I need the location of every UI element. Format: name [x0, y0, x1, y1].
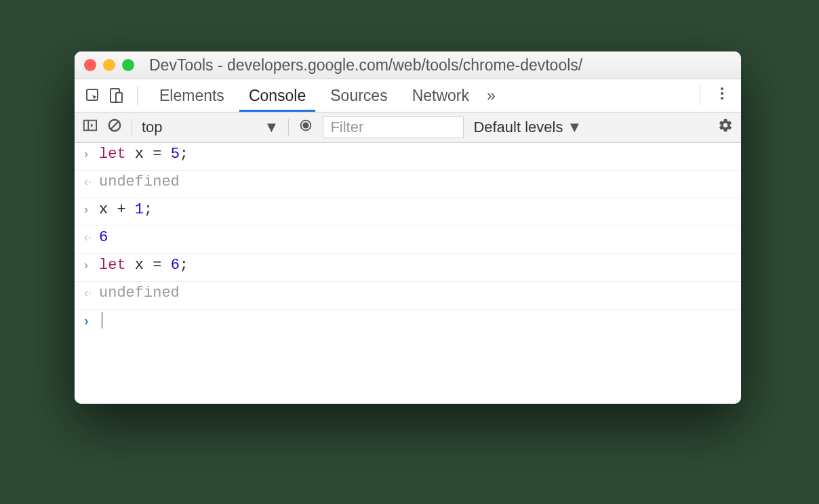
svg-point-4 — [721, 92, 723, 95]
text-cursor — [102, 312, 102, 329]
console-input-row: ›let x = 6; — [75, 254, 741, 282]
chevron-down-icon: ▼ — [264, 119, 279, 136]
tab-elements[interactable]: Elements — [147, 79, 237, 112]
console-toolbar: top ▼ Default levels ▼ — [75, 112, 741, 143]
input-arrow-icon: › — [84, 258, 99, 272]
console-message: undefined — [99, 285, 180, 301]
prompt-arrow-icon: › — [84, 313, 99, 329]
titlebar: DevTools - developers.google.com/web/too… — [75, 51, 741, 79]
log-levels-select[interactable]: Default levels ▼ — [473, 119, 582, 136]
sidebar-toggle-icon[interactable] — [83, 118, 98, 137]
maximize-dot[interactable] — [122, 59, 134, 71]
console-message: let x = 5; — [99, 146, 188, 163]
console-input-row: ›x + 1; — [75, 198, 741, 226]
output-arrow-icon: ‹· — [84, 286, 99, 300]
svg-rect-2 — [116, 93, 122, 102]
console-output-row: ‹·6 — [75, 226, 741, 254]
input-arrow-icon: › — [84, 203, 99, 217]
input-arrow-icon: › — [84, 147, 99, 161]
tab-network[interactable]: Network — [400, 79, 481, 112]
window-title: DevTools - developers.google.com/web/too… — [149, 56, 582, 75]
console-message: let x = 6; — [99, 257, 188, 274]
inspect-element-icon[interactable] — [81, 79, 104, 112]
svg-point-5 — [721, 97, 723, 100]
settings-gear-icon[interactable] — [718, 118, 733, 137]
console-message: 6 — [99, 229, 108, 246]
console-prompt-row[interactable]: › — [75, 310, 741, 331]
output-arrow-icon: ‹· — [84, 230, 99, 245]
console-input-row: ›let x = 5; — [75, 143, 741, 171]
console-output-row: ‹·undefined — [75, 171, 741, 198]
execution-context-select[interactable]: top ▼ — [142, 119, 279, 136]
minimize-dot[interactable] — [103, 59, 115, 71]
context-label: top — [142, 119, 163, 136]
separator — [288, 119, 289, 135]
svg-rect-6 — [84, 121, 96, 131]
svg-point-3 — [721, 87, 723, 90]
devtools-window: DevTools - developers.google.com/web/too… — [75, 51, 741, 404]
devtools-tabs: Elements Console Sources Network » — [75, 79, 741, 112]
filter-input[interactable] — [329, 118, 458, 137]
chevron-down-icon: ▼ — [567, 119, 582, 136]
console-output[interactable]: ›let x = 5;‹·undefined›x + 1;‹·6›let x =… — [75, 143, 741, 404]
tab-console[interactable]: Console — [237, 79, 318, 112]
console-message: x + 1; — [99, 201, 153, 218]
kebab-menu-icon[interactable] — [710, 85, 734, 106]
svg-point-10 — [303, 122, 309, 128]
separator — [132, 119, 132, 135]
separator — [700, 86, 700, 105]
output-arrow-icon: ‹· — [84, 175, 99, 189]
filter-input-wrapper[interactable] — [323, 117, 464, 138]
live-expression-icon[interactable] — [298, 118, 313, 137]
svg-line-9 — [111, 121, 119, 129]
console-output-row: ‹·undefined — [75, 282, 741, 310]
tab-sources[interactable]: Sources — [318, 79, 399, 112]
separator — [137, 86, 138, 105]
console-message: undefined — [99, 173, 180, 190]
close-dot[interactable] — [84, 59, 96, 71]
tabs-overflow-button[interactable]: » — [481, 79, 501, 112]
levels-label: Default levels — [473, 119, 563, 136]
clear-console-icon[interactable] — [107, 118, 122, 137]
device-toolbar-icon[interactable] — [104, 79, 127, 112]
